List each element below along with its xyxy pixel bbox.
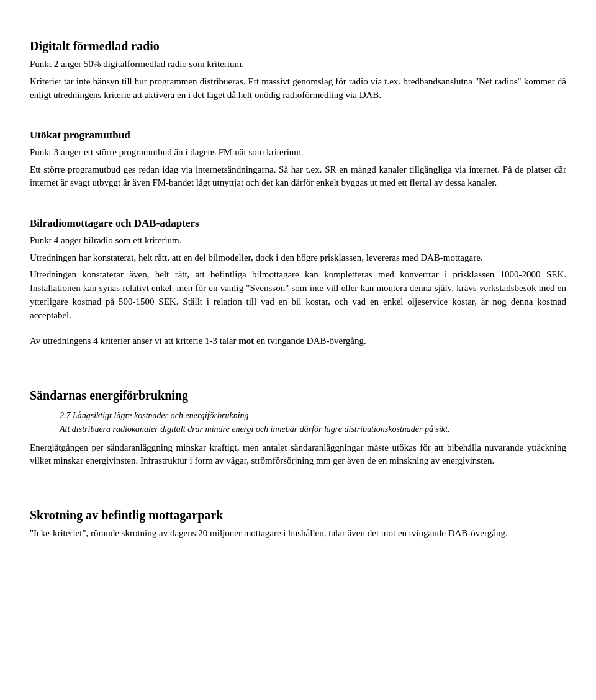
section-digitalt: Digitalt förmedlad radio Punkt 2 anger 5…	[30, 37, 566, 102]
section-sandarnas: Sändarnas energiförbrukning 2.7 Långsikt…	[30, 387, 566, 468]
section-bilradio: Bilradiomottagare och DAB-adapters Punkt…	[30, 216, 566, 348]
heading-sandarnas: Sändarnas energiförbrukning	[30, 387, 566, 405]
para-skrotning-1: "Icke-kriteriet", rörande skrotning av d…	[30, 527, 566, 541]
italic-block-sandarnas: 2.7 Långsiktigt lägre kostnader och ener…	[60, 410, 566, 436]
para-bilradio-1: Punkt 4 anger bilradio som ett kriterium…	[30, 234, 566, 248]
para-bilradio-2: Utredningen har konstaterat, helt rätt, …	[30, 251, 566, 265]
italic-sub-heading: 2.7 Långsiktigt lägre kostnader och ener…	[60, 410, 566, 422]
bold-mot: mot	[238, 336, 254, 346]
heading-digitalt: Digitalt förmedlad radio	[30, 37, 566, 55]
heading-skrotning: Skrotning av befintlig mottagarpark	[30, 506, 566, 524]
section-skrotning: Skrotning av befintlig mottagarpark "Ick…	[30, 506, 566, 541]
para-bilradio-3: Utredningen konstaterar även, helt rätt,…	[30, 268, 566, 322]
italic-emphasis: drar mindre energi och innebär därför lä…	[187, 424, 449, 434]
page-content: Digitalt förmedlad radio Punkt 2 anger 5…	[30, 37, 566, 541]
para-digitalt-1: Punkt 2 anger 50% digitalförmedlad radio…	[30, 58, 566, 71]
para-digitalt-2: Kriteriet tar inte hänsyn till hur progr…	[30, 75, 566, 102]
para-utokat-2: Ett större programutbud ges redan idag v…	[30, 163, 566, 191]
italic-body: Att distribuera radiokanaler digitalt dr…	[60, 423, 566, 436]
para-utokat-1: Punkt 3 anger ett större programutbud än…	[30, 146, 566, 159]
para-sandarnas-1: Energiåtgången per sändaranläggning mins…	[30, 441, 566, 469]
heading-bilradio: Bilradiomottagare och DAB-adapters	[30, 216, 566, 231]
heading-utokat: Utökat programutbud	[30, 128, 566, 143]
section-utokat: Utökat programutbud Punkt 3 anger ett st…	[30, 128, 566, 190]
para-bilradio-4: Av utredningens 4 kriterier anser vi att…	[30, 334, 566, 348]
